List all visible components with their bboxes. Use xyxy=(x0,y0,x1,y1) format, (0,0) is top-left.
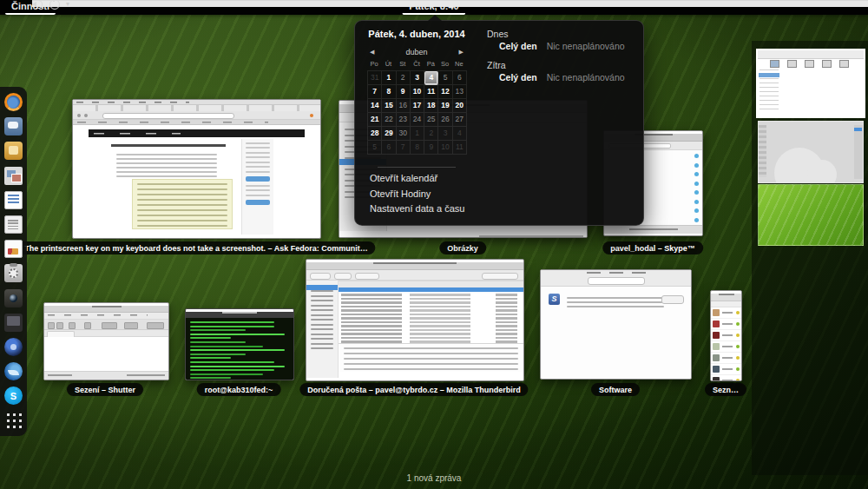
calendar-day[interactable]: 21 xyxy=(368,113,382,127)
volume-icon[interactable] xyxy=(32,0,43,9)
calendar-day[interactable]: 14 xyxy=(368,99,382,113)
calendar-day[interactable]: 23 xyxy=(397,113,411,127)
calendar-day[interactable]: 8 xyxy=(411,141,424,155)
calendar-day[interactable]: 25 xyxy=(424,113,438,127)
window-label-firefox[interactable]: The printscreen key on my keyboard does … xyxy=(16,241,375,254)
calendar-day-selected[interactable]: 4 xyxy=(424,71,438,85)
photos-icon[interactable] xyxy=(4,167,23,185)
window-thunderbird[interactable] xyxy=(306,259,524,381)
thunderbird-toolbar xyxy=(306,270,523,281)
thunderbird-icon[interactable] xyxy=(4,362,23,380)
firefox-icon[interactable] xyxy=(4,93,23,111)
calendar-day[interactable]: 5 xyxy=(438,71,452,85)
message-row xyxy=(341,314,521,316)
calendar-day[interactable]: 5 xyxy=(368,141,382,155)
package-icon[interactable] xyxy=(4,142,23,160)
open-clocks-menu-item[interactable]: Otevřít Hodiny xyxy=(370,189,464,199)
calendar-day[interactable]: 3 xyxy=(411,71,424,85)
message-row xyxy=(341,337,521,340)
calendar-day[interactable]: 30 xyxy=(397,127,411,141)
window-label-terminal[interactable]: root@kab310fed:~ xyxy=(197,383,281,396)
calendar-day[interactable]: 7 xyxy=(368,85,382,99)
open-calendar-menu-item[interactable]: Otevřít kalendář xyxy=(370,174,464,183)
calendar-day[interactable]: 28 xyxy=(368,127,382,141)
terminal-text-line xyxy=(190,334,285,335)
calendar-day[interactable]: 11 xyxy=(424,85,438,99)
window-label-skype[interactable]: pavel_hodal – Skype™ xyxy=(602,241,703,254)
calendar-day[interactable]: 10 xyxy=(411,85,424,99)
calendar-day[interactable]: 1 xyxy=(411,127,424,141)
calendar-day[interactable]: 2 xyxy=(397,71,411,85)
power-icon[interactable] xyxy=(49,0,60,10)
terminal-output xyxy=(186,318,293,381)
calendar-day[interactable]: 2 xyxy=(424,127,438,141)
calendar-day[interactable]: 16 xyxy=(397,99,411,113)
window-label-contacts[interactable]: Sezn… xyxy=(705,383,746,396)
prev-month-icon[interactable]: ◀ xyxy=(367,48,377,56)
calendar-day[interactable]: 8 xyxy=(382,85,396,99)
calendar-day[interactable]: 24 xyxy=(411,113,424,127)
chat-icon[interactable] xyxy=(4,117,23,135)
calendar-day[interactable]: 9 xyxy=(424,141,438,155)
calendar-day[interactable]: 31 xyxy=(368,71,382,85)
window-label-shutter[interactable]: Sezení – Shutter xyxy=(67,383,143,396)
calendar-day[interactable]: 6 xyxy=(382,141,396,155)
terminal-text-line xyxy=(190,349,285,351)
calendar-day[interactable]: 3 xyxy=(438,127,452,141)
clipboard-icon[interactable] xyxy=(4,264,23,282)
text-line xyxy=(137,194,227,195)
system-status-area: ▾ xyxy=(32,0,868,7)
window-label-software[interactable]: Software xyxy=(591,383,640,396)
notification-summary[interactable]: 1 nová zpráva xyxy=(407,473,462,483)
window-label-thunderbird[interactable]: Doručená pošta – pavel@tybrdo.cz – Mozil… xyxy=(299,383,528,396)
calendar-day[interactable]: 27 xyxy=(453,113,467,127)
datetime-settings-menu-item[interactable]: Nastavení data a času xyxy=(370,204,464,214)
avatar xyxy=(713,309,720,316)
next-month-icon[interactable]: ▶ xyxy=(457,48,466,56)
calendar-day[interactable]: 19 xyxy=(438,99,452,113)
calendar-day[interactable]: 1 xyxy=(382,71,396,85)
calendar-day[interactable]: 10 xyxy=(438,141,452,155)
doc-plain-icon[interactable] xyxy=(4,215,23,234)
calendar-day[interactable]: 9 xyxy=(397,85,411,99)
shutter-icon[interactable] xyxy=(4,338,23,356)
text-line xyxy=(344,358,518,360)
calendar-day[interactable]: 26 xyxy=(438,113,452,127)
calendar-day[interactable]: 29 xyxy=(382,127,396,141)
gnome-activities-overview: S The printscreen key on my keyboard doe… xyxy=(0,0,868,489)
shutter-statusbar xyxy=(44,371,168,380)
workspace-thumbnail-1-active[interactable] xyxy=(756,49,865,118)
calendar-day[interactable]: 13 xyxy=(453,85,467,99)
doc-draw-icon[interactable] xyxy=(4,240,23,258)
contact-row xyxy=(711,319,741,330)
window-label-files[interactable]: Obrázky xyxy=(439,241,486,254)
window-terminal[interactable] xyxy=(185,308,294,380)
status-dot xyxy=(736,322,740,326)
chevron-down-icon[interactable]: ▾ xyxy=(66,0,69,11)
text-line xyxy=(246,166,270,168)
workspace-thumbnail-2[interactable] xyxy=(758,121,864,183)
app-grid-icon[interactable] xyxy=(4,411,23,429)
camera-icon[interactable] xyxy=(4,289,23,307)
calendar-day[interactable]: 20 xyxy=(453,99,467,113)
calendar-day[interactable]: 17 xyxy=(411,99,424,113)
window-shutter[interactable] xyxy=(43,302,169,380)
window-contact-list[interactable] xyxy=(710,290,742,381)
calendar-day[interactable]: 4 xyxy=(453,127,467,141)
display-icon[interactable] xyxy=(4,314,23,332)
calendar-day[interactable]: 15 xyxy=(382,99,396,113)
calendar-day[interactable]: 22 xyxy=(382,113,396,127)
skype-icon[interactable]: S xyxy=(4,387,23,405)
workspace-thumbnail-3-empty[interactable] xyxy=(758,184,864,246)
calendar-day[interactable]: 18 xyxy=(424,99,438,113)
text-line xyxy=(137,225,227,227)
window-firefox-askfedora[interactable] xyxy=(72,99,321,239)
calendar-day[interactable]: 12 xyxy=(438,85,452,99)
window-gnome-software[interactable]: S xyxy=(540,269,692,380)
doc-writer-icon[interactable] xyxy=(4,191,23,209)
window-titlebar xyxy=(186,312,293,318)
calendar-day[interactable]: 11 xyxy=(453,141,467,155)
calendar-day[interactable]: 7 xyxy=(397,141,411,155)
calendar-day[interactable]: 6 xyxy=(453,71,467,85)
question-title-line xyxy=(111,144,226,147)
